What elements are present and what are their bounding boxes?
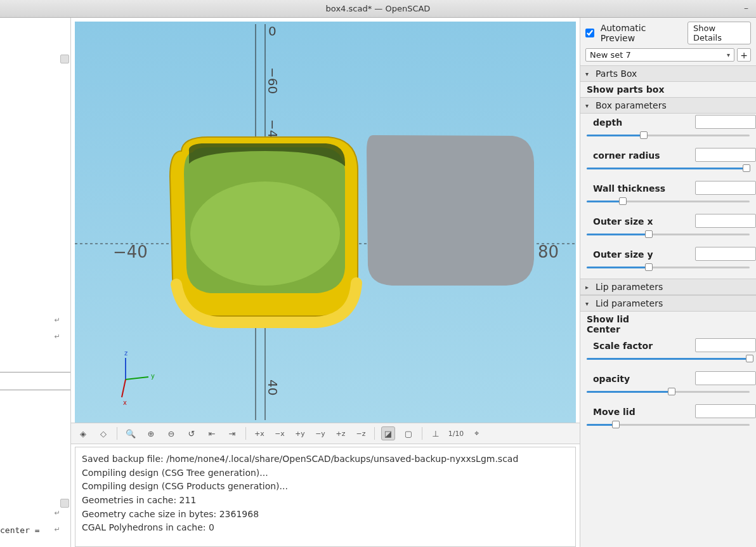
param-input[interactable]	[695, 338, 756, 352]
reset-view-icon[interactable]: ↺	[185, 426, 199, 440]
zoom-fit-icon[interactable]: 🔍	[124, 426, 138, 440]
show-details-button[interactable]: Show Details	[688, 22, 751, 44]
main-area: ↵ ↵ ↵ ↵ center = −40 40 60 80 0 −60	[0, 18, 756, 547]
param-label: Outer size y	[587, 248, 660, 260]
axis-negx-icon[interactable]: −x	[273, 426, 287, 440]
console-line: Compiling design (CSG Products generatio…	[82, 480, 569, 494]
auto-preview-checkbox[interactable]	[585, 29, 594, 37]
section-title: Parts Box	[596, 69, 637, 79]
3d-viewport[interactable]: −40 40 60 80 0 −60 −40 40	[75, 22, 576, 423]
view-back-icon[interactable]: ⇥	[225, 426, 239, 440]
preset-selected-label: New set 7	[590, 50, 631, 60]
param-slider[interactable]	[587, 388, 750, 395]
show-crosshair-icon[interactable]: ⌖	[469, 426, 483, 440]
axis-posz-icon[interactable]: +z	[334, 426, 348, 440]
customizer-panel: Automatic Preview Show Details New set 7…	[580, 18, 756, 547]
slider-thumb[interactable]	[645, 263, 653, 271]
view-front-icon[interactable]: ⇤	[205, 426, 219, 440]
console-line: Saved backup file: /home/none4/.local/sh…	[82, 452, 569, 466]
slider-thumb[interactable]	[746, 355, 753, 362]
param-slider[interactable]	[587, 131, 750, 139]
slider-thumb[interactable]	[612, 421, 620, 428]
chevron-down-icon: ▾	[585, 102, 592, 109]
axis-tick-label: 0	[268, 23, 277, 39]
section-lid-parameters[interactable]: ▾ Lid parameters	[580, 295, 756, 312]
slider-thumb[interactable]	[668, 388, 675, 395]
code-fragment: center =	[0, 525, 40, 535]
code-editor-panel[interactable]: ↵ ↵ ↵ ↵ center =	[0, 18, 71, 547]
axis-tick-label: −40	[113, 242, 148, 261]
axis-tick-label: 40	[265, 379, 280, 395]
param-slider[interactable]	[587, 263, 750, 271]
param-label: Move lid	[587, 405, 642, 417]
section-title: Lid parameters	[596, 298, 663, 308]
slider-thumb[interactable]	[640, 131, 648, 139]
param-input[interactable]	[695, 371, 756, 385]
preview-icon[interactable]: ◈	[76, 426, 90, 440]
orthographic-icon[interactable]: ▢	[401, 426, 415, 440]
console-line: Geometries in cache: 211	[82, 494, 569, 508]
svg-point-6	[190, 181, 340, 286]
perspective-icon[interactable]: ◪	[381, 426, 395, 440]
param-slider[interactable]	[587, 355, 750, 362]
param-label: corner radius	[587, 149, 667, 161]
preset-combobox[interactable]: New set 7 ▾	[585, 48, 734, 62]
center-column: −40 40 60 80 0 −60 −40 40	[71, 18, 580, 547]
line-wrap-icon: ↵	[55, 316, 60, 324]
axis-posx-icon[interactable]: +x	[252, 426, 266, 440]
center-label: Center	[580, 324, 756, 337]
toolbar-separator	[117, 427, 117, 440]
zoom-in-icon[interactable]: ⊕	[144, 426, 158, 440]
show-lid-label: Show lid	[580, 312, 756, 324]
line-wrap-icon: ↵	[55, 525, 60, 534]
param-slider[interactable]	[587, 164, 750, 172]
editor-separator	[0, 372, 70, 372]
slider-thumb[interactable]	[645, 230, 653, 238]
render-icon[interactable]: ◇	[96, 426, 110, 440]
param-slider[interactable]	[587, 197, 750, 205]
param-slider[interactable]	[587, 421, 750, 428]
show-axes-icon[interactable]: ⊥	[429, 426, 443, 440]
axis-negy-icon[interactable]: −y	[313, 426, 327, 440]
preset-row: New set 7 ▾ +	[580, 48, 756, 65]
editor-scroll-down-button[interactable]	[60, 499, 69, 508]
chevron-right-icon: ▸	[585, 284, 592, 291]
show-scale-icon[interactable]: 1/10	[449, 426, 463, 440]
chevron-down-icon: ▾	[727, 51, 730, 58]
window-title: box4.scad* — OpenSCAD	[326, 4, 431, 13]
param-input[interactable]	[695, 115, 756, 129]
lid-model	[367, 135, 534, 286]
lid-params-container: Scale factoropacityMove lid	[580, 337, 756, 436]
preset-add-button[interactable]: +	[737, 48, 751, 62]
param-input[interactable]	[695, 214, 756, 228]
axis-tick-label: −60	[265, 67, 280, 94]
editor-separator	[0, 390, 70, 390]
param-input[interactable]	[695, 247, 756, 261]
param-label: opacity	[587, 372, 636, 384]
chevron-down-icon: ▾	[585, 70, 592, 77]
console-output[interactable]: Saved backup file: /home/none4/.local/sh…	[75, 447, 576, 547]
param-input[interactable]	[695, 148, 756, 162]
section-title: Lip parameters	[596, 282, 663, 292]
box-model	[170, 137, 358, 322]
slider-thumb[interactable]	[743, 164, 750, 172]
axis-negz-icon[interactable]: −z	[354, 426, 368, 440]
param-label: depth	[587, 116, 629, 128]
editor-scroll-up-button[interactable]	[60, 55, 69, 63]
3d-scene: −40 40 60 80 0 −60 −40 40	[75, 22, 576, 423]
section-box-parameters[interactable]: ▾ Box parameters	[580, 97, 756, 114]
param-input[interactable]	[695, 404, 756, 418]
param-input[interactable]	[695, 181, 756, 195]
customizer-top-row: Automatic Preview Show Details	[580, 18, 756, 48]
section-lip-parameters[interactable]: ▸ Lip parameters	[580, 279, 756, 295]
axis-posy-icon[interactable]: +y	[293, 426, 307, 440]
minimize-icon[interactable]: –	[744, 3, 748, 13]
box-params-container: depthcorner radiusWall thicknessOuter si…	[580, 114, 756, 279]
section-parts-box[interactable]: ▾ Parts Box	[580, 65, 756, 82]
param-slider[interactable]	[587, 230, 750, 238]
console-line: Geometry cache size in bytes: 2361968	[82, 508, 569, 522]
slider-thumb[interactable]	[619, 197, 627, 205]
svg-text:y: y	[151, 372, 155, 379]
zoom-out-icon[interactable]: ⊖	[164, 426, 178, 440]
svg-line-11	[122, 379, 126, 397]
